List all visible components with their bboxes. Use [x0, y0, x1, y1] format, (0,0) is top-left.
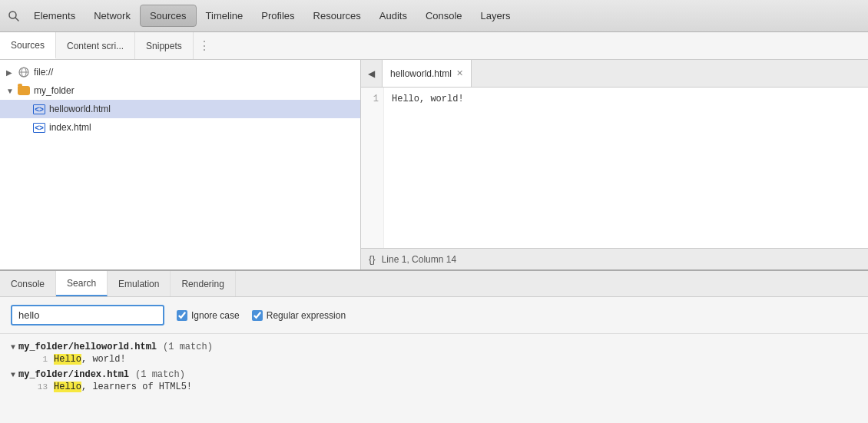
top-nav: Elements Network Sources Timeline Profil…: [0, 0, 868, 32]
globe-icon: [17, 65, 31, 79]
regex-group: Regular expression: [252, 310, 346, 321]
svg-line-1: [15, 18, 18, 21]
nav-audits[interactable]: Audits: [370, 5, 416, 26]
tree-item-my-folder[interactable]: ▼ my_folder: [0, 81, 360, 100]
editor-tab-label: helloworld.html: [390, 68, 452, 79]
tab-rendering[interactable]: Rendering: [171, 271, 235, 296]
tab-content-scripts[interactable]: Content scri...: [56, 32, 135, 59]
nav-elements[interactable]: Elements: [25, 5, 84, 26]
tree-label-my-folder: my_folder: [34, 85, 75, 96]
tree-label-index: index.html: [49, 122, 91, 133]
ignore-case-checkbox[interactable]: [177, 310, 187, 321]
result-count-1: (1 match): [163, 342, 213, 352]
editor-main: ▶ file:// ▼ my_folder: [0, 60, 868, 269]
result-after-2-1: , learners of HTML5!: [81, 382, 192, 392]
tab-sources[interactable]: Sources: [0, 32, 56, 59]
nav-layers[interactable]: Layers: [472, 5, 520, 26]
bottom-panel: Console Search Emulation Rendering Ignor…: [0, 269, 868, 423]
code-area[interactable]: 1 Hello, world!: [361, 88, 868, 248]
result-text-1-1: Hello, world!: [54, 354, 126, 365]
editor-tab-helloworld[interactable]: helloworld.html ✕: [383, 60, 472, 87]
tree-arrow-file-root: ▶: [6, 68, 17, 77]
tab-search[interactable]: Search: [56, 271, 108, 296]
ignore-case-label: Ignore case: [191, 310, 240, 321]
bottom-tabs: Console Search Emulation Rendering: [0, 271, 868, 297]
search-input[interactable]: [11, 305, 164, 326]
highlight-2-1: Hello: [54, 382, 81, 392]
sources-tab-bar: Sources Content scri... Snippets ⋮: [0, 32, 868, 60]
result-match-1-1[interactable]: 1 Hello, world!: [32, 354, 857, 365]
status-bar: {} Line 1, Column 14: [361, 248, 868, 269]
html-file-icon-2: <>: [32, 121, 46, 134]
folder-icon: [17, 84, 31, 97]
search-results: ▼ my_folder/helloworld.html (1 match) 1 …: [0, 334, 868, 423]
brace-icon: {}: [369, 253, 376, 265]
code-content: Hello, world!: [384, 88, 472, 248]
result-linenum-2-1: 13: [32, 382, 48, 392]
result-count-2: (1 match): [135, 369, 185, 380]
tree-item-index[interactable]: <> index.html: [0, 118, 360, 137]
result-file-index[interactable]: ▼ my_folder/index.html (1 match): [11, 369, 857, 380]
html-file-icon: <>: [32, 102, 46, 116]
result-filename-2: my_folder/index.html: [18, 369, 129, 380]
search-area: Ignore case Regular expression: [0, 297, 868, 334]
nav-profiles[interactable]: Profiles: [252, 5, 303, 26]
tree-arrow-my-folder: ▼: [6, 87, 17, 95]
nav-resources[interactable]: Resources: [304, 5, 370, 26]
result-match-2-1[interactable]: 13 Hello, learners of HTML5!: [32, 382, 857, 392]
tab-emulation[interactable]: Emulation: [108, 271, 171, 296]
result-filename-1: my_folder/helloworld.html: [18, 342, 157, 352]
line-numbers: 1: [361, 88, 384, 248]
tree-item-helloworld[interactable]: <> helloworld.html: [0, 100, 360, 118]
nav-sources[interactable]: Sources: [140, 5, 197, 27]
tree-item-file-root[interactable]: ▶ file://: [0, 63, 360, 81]
nav-console[interactable]: Console: [416, 5, 472, 26]
regex-label: Regular expression: [267, 310, 346, 321]
nav-timeline[interactable]: Timeline: [197, 5, 253, 26]
tab-snippets[interactable]: Snippets: [135, 32, 194, 59]
tab-overflow-icon[interactable]: ⋮: [194, 32, 215, 59]
editor-tab-back[interactable]: ◀: [361, 60, 383, 87]
editor-tab-close[interactable]: ✕: [456, 68, 463, 78]
left-panel: ▶ file:// ▼ my_folder: [0, 60, 361, 269]
tree-label-file-root: file://: [34, 67, 53, 78]
tree-label-helloworld: helloworld.html: [49, 104, 111, 114]
search-icon[interactable]: [3, 5, 25, 27]
result-linenum-1-1: 1: [32, 355, 48, 364]
regex-checkbox[interactable]: [252, 310, 263, 321]
right-panel: ◀ helloworld.html ✕ 1 Hello, world! {} L…: [361, 60, 868, 269]
result-arrow-1: ▼: [11, 343, 15, 352]
result-text-2-1: Hello, learners of HTML5!: [54, 382, 192, 392]
editor-tabs: ◀ helloworld.html ✕: [361, 60, 868, 88]
nav-network[interactable]: Network: [84, 5, 140, 26]
tab-console[interactable]: Console: [0, 271, 56, 296]
highlight-1-1: Hello: [54, 354, 81, 365]
result-arrow-2: ▼: [11, 371, 15, 379]
cursor-position: Line 1, Column 14: [382, 254, 456, 265]
ignore-case-group: Ignore case: [177, 310, 240, 321]
result-after-1-1: , world!: [81, 354, 126, 365]
file-tree: ▶ file:// ▼ my_folder: [0, 60, 360, 269]
result-file-helloworld[interactable]: ▼ my_folder/helloworld.html (1 match): [11, 342, 857, 352]
